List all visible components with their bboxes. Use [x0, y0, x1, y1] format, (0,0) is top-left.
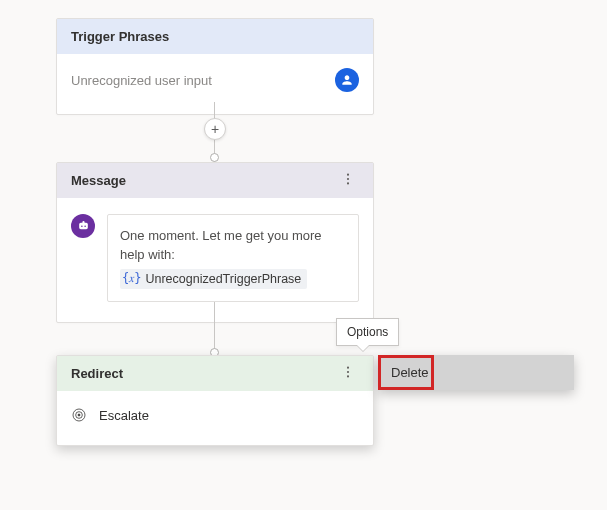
message-content[interactable]: One moment. Let me get you more help wit… [107, 214, 359, 302]
trigger-phrase-input[interactable]: Unrecognized user input [71, 73, 212, 88]
svg-point-3 [347, 367, 349, 369]
svg-point-8 [78, 414, 80, 416]
escalate-icon [71, 407, 87, 423]
variable-name: UnrecognizedTriggerPhrase [145, 270, 301, 288]
message-node: Message One moment. Let me get you more … [56, 162, 374, 323]
svg-point-0 [347, 174, 349, 176]
redirect-title: Redirect [71, 366, 123, 381]
variable-chip[interactable]: {𝑥} UnrecognizedTriggerPhrase [120, 269, 307, 289]
trigger-phrases-header: Trigger Phrases [57, 19, 373, 54]
tooltip-text: Options [347, 325, 388, 339]
context-menu: Delete [378, 355, 574, 390]
trigger-phrases-title: Trigger Phrases [71, 29, 169, 44]
delete-menu-item[interactable]: Delete [378, 355, 434, 390]
svg-point-1 [347, 178, 349, 180]
svg-point-2 [347, 182, 349, 184]
connector-dot [210, 153, 219, 162]
svg-point-4 [347, 371, 349, 373]
svg-point-5 [347, 375, 349, 377]
message-text: One moment. Let me get you more help wit… [120, 227, 346, 265]
message-title: Message [71, 173, 126, 188]
trigger-phrases-node: Trigger Phrases Unrecognized user input [56, 18, 374, 115]
connector-line [214, 302, 215, 354]
redirect-action[interactable]: Escalate [99, 408, 149, 423]
options-tooltip: Options [336, 318, 399, 346]
message-options-button[interactable] [337, 172, 359, 189]
redirect-node: Redirect Escalate [56, 355, 374, 446]
redirect-options-button[interactable] [337, 365, 359, 382]
bot-icon [71, 214, 95, 238]
variable-icon: {𝑥} [122, 270, 141, 287]
user-icon[interactable] [335, 68, 359, 92]
add-node-button[interactable]: + [204, 118, 226, 140]
